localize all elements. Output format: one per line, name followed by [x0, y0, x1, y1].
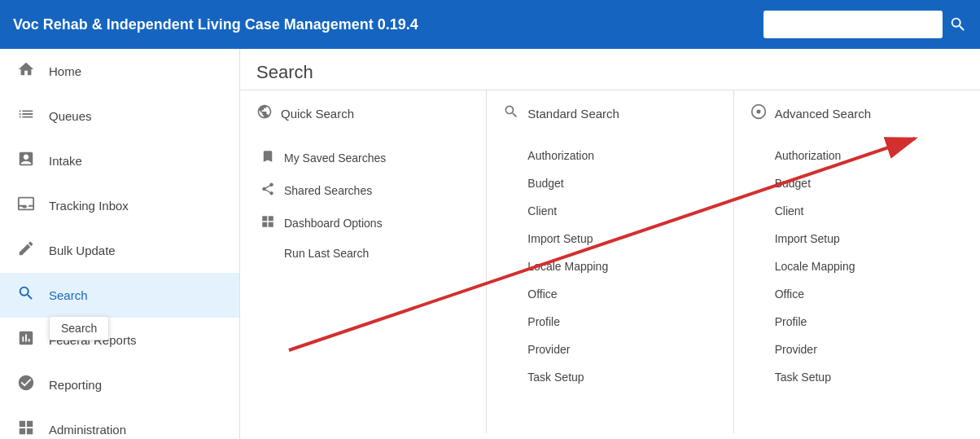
sidebar-label-search: Search: [49, 288, 88, 302]
advanced-search-col: Advanced Search Authorization Budget Cli…: [734, 90, 980, 433]
std-locale-mapping[interactable]: Locale Mapping: [503, 252, 716, 280]
sidebar-item-tracking-inbox[interactable]: Tracking Inbox: [0, 183, 239, 228]
queues-icon: [16, 105, 36, 127]
search-tooltip: Search: [49, 316, 109, 340]
dashboard-options-label: Dashboard Options: [284, 217, 383, 230]
adv-authorization[interactable]: Authorization: [750, 142, 964, 169]
main-layout: Home Queues Intake Tracking Inbox Bulk U: [0, 49, 980, 439]
administration-icon: [16, 419, 36, 439]
tracking-inbox-icon: [16, 195, 36, 217]
advanced-search-icon: [750, 103, 767, 124]
header-search-box: [763, 11, 967, 38]
federal-reports-icon: [16, 329, 36, 351]
sidebar-label-reporting: Reporting: [49, 378, 102, 392]
quick-search-title: Quick Search: [281, 107, 354, 121]
sidebar-item-federal-reports[interactable]: Federal Reports: [0, 318, 239, 362]
std-authorization[interactable]: Authorization: [503, 142, 716, 169]
dashboard-options-item[interactable]: Dashboard Options: [256, 207, 470, 239]
quick-search-header: Quick Search: [256, 103, 470, 130]
quick-search-col: Quick Search My Saved Searches Shared Se…: [240, 90, 487, 433]
search-page-title: Search: [240, 49, 980, 90]
sidebar-item-queues[interactable]: Queues: [0, 94, 239, 138]
std-client[interactable]: Client: [503, 197, 716, 225]
adv-locale-mapping[interactable]: Locale Mapping: [750, 252, 964, 280]
bulk-update-icon: [16, 239, 36, 261]
main-content: Search Quick Search My Saved Searches: [240, 49, 980, 439]
my-saved-searches-label: My Saved Searches: [284, 151, 386, 165]
sidebar-label-queues: Queues: [49, 109, 92, 123]
search-content: Quick Search My Saved Searches Shared Se…: [240, 90, 980, 433]
sidebar-item-intake[interactable]: Intake: [0, 138, 239, 183]
adv-profile[interactable]: Profile: [750, 308, 964, 336]
svg-point-1: [756, 110, 760, 114]
adv-budget[interactable]: Budget: [750, 169, 964, 197]
adv-task-setup[interactable]: Task Setup: [750, 363, 964, 391]
std-profile[interactable]: Profile: [503, 308, 716, 336]
sidebar: Home Queues Intake Tracking Inbox Bulk U: [0, 49, 240, 439]
search-icon: [949, 15, 967, 33]
reporting-icon: [16, 374, 36, 396]
advanced-search-title: Advanced Search: [775, 107, 871, 121]
std-budget[interactable]: Budget: [503, 169, 716, 197]
sidebar-label-intake: Intake: [49, 154, 82, 168]
adv-import-setup[interactable]: Import Setup: [750, 225, 964, 252]
sidebar-item-reporting[interactable]: Reporting: [0, 362, 239, 407]
bookmark-icon: [260, 149, 276, 167]
advanced-search-header: Advanced Search: [750, 103, 964, 130]
sidebar-item-search[interactable]: Search Search: [0, 273, 239, 318]
search-std-icon: [503, 103, 519, 124]
run-last-search-item[interactable]: Run Last Search: [256, 239, 470, 267]
share-icon: [260, 182, 276, 200]
header-search-button[interactable]: [949, 15, 967, 33]
sidebar-label-bulk-update: Bulk Update: [49, 244, 116, 257]
std-provider[interactable]: Provider: [503, 336, 716, 363]
sidebar-item-administration[interactable]: Administration: [0, 407, 239, 439]
adv-client[interactable]: Client: [750, 197, 964, 225]
home-icon: [16, 60, 36, 82]
std-office[interactable]: Office: [503, 280, 716, 308]
adv-provider[interactable]: Provider: [750, 336, 964, 363]
app-header: Voc Rehab & Independent Living Case Mana…: [0, 0, 980, 49]
header-search-input[interactable]: [763, 11, 943, 38]
my-saved-searches-item[interactable]: My Saved Searches: [256, 142, 470, 174]
sidebar-item-home[interactable]: Home: [0, 49, 239, 94]
sidebar-label-home: Home: [49, 64, 81, 78]
dashboard-icon: [260, 214, 276, 232]
sidebar-label-tracking-inbox: Tracking Inbox: [49, 199, 129, 213]
standard-search-col: Standard Search Authorization Budget Cli…: [487, 90, 733, 433]
globe-icon: [256, 103, 273, 124]
search-sidebar-icon: [16, 284, 36, 306]
standard-search-header: Standard Search: [503, 103, 716, 130]
shared-searches-label: Shared Searches: [284, 184, 372, 197]
sidebar-label-administration: Administration: [49, 423, 126, 437]
standard-search-title: Standard Search: [527, 107, 619, 121]
app-title: Voc Rehab & Independent Living Case Mana…: [13, 16, 747, 33]
sidebar-item-bulk-update[interactable]: Bulk Update: [0, 228, 239, 273]
intake-icon: [16, 150, 36, 172]
shared-searches-item[interactable]: Shared Searches: [256, 174, 470, 207]
adv-office[interactable]: Office: [750, 280, 964, 308]
run-last-search-label: Run Last Search: [284, 247, 369, 260]
std-task-setup[interactable]: Task Setup: [503, 363, 716, 391]
std-import-setup[interactable]: Import Setup: [503, 225, 716, 252]
